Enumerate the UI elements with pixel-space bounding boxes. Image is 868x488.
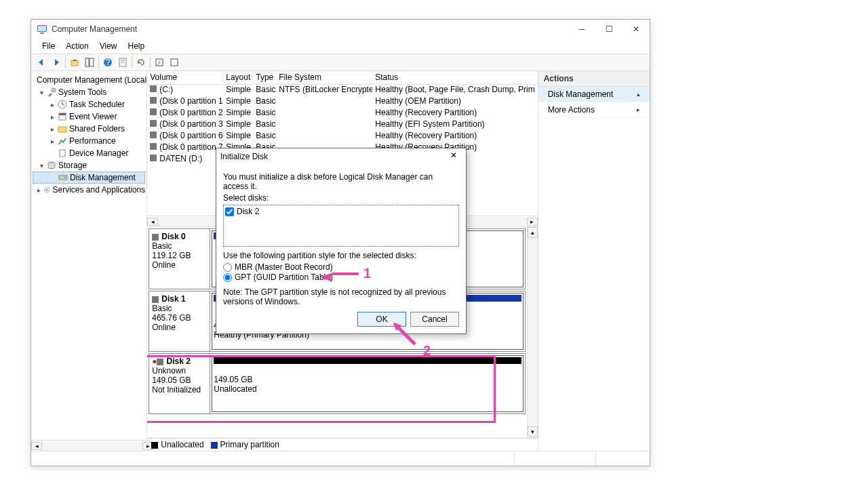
chevron-down-icon[interactable]: ▾ bbox=[38, 89, 45, 96]
chevron-right-icon[interactable]: ▸ bbox=[49, 138, 56, 145]
radio-gpt-row[interactable]: GPT (GUID Partition Table) bbox=[223, 272, 459, 282]
menu-action[interactable]: Action bbox=[60, 40, 94, 52]
tree-disk-management[interactable]: Disk Management bbox=[33, 171, 145, 184]
tree-shared-folders[interactable]: ▸Shared Folders bbox=[33, 123, 145, 135]
statusbar bbox=[31, 451, 650, 466]
menu-view[interactable]: View bbox=[94, 40, 123, 52]
col-type[interactable]: Type bbox=[253, 71, 276, 84]
details-button[interactable] bbox=[167, 55, 182, 70]
tree-device-manager[interactable]: Device Manager bbox=[33, 147, 145, 159]
forward-button[interactable] bbox=[49, 55, 64, 70]
svg-rect-22 bbox=[59, 176, 67, 180]
disk-icon bbox=[152, 234, 159, 241]
cancel-button[interactable]: Cancel bbox=[410, 312, 459, 327]
svg-rect-1 bbox=[38, 26, 46, 31]
chevron-up-icon: ▴ bbox=[637, 91, 640, 98]
legend-swatch-unallocated bbox=[151, 442, 158, 449]
maximize-button[interactable]: ☐ bbox=[595, 20, 623, 39]
volume-headers: Volume Layout Type File System Status bbox=[147, 71, 537, 85]
actions-pane: Actions Disk Management▴ More Actions▸ bbox=[538, 71, 650, 451]
event-icon bbox=[58, 112, 67, 121]
chevron-right-icon[interactable]: ▸ bbox=[49, 101, 56, 108]
show-hide-tree-button[interactable] bbox=[82, 55, 97, 70]
svg-rect-19 bbox=[58, 127, 66, 132]
dialog-title: Initialize Disk bbox=[220, 152, 446, 161]
actions-disk-management[interactable]: Disk Management▴ bbox=[538, 87, 650, 102]
toolbar: ? bbox=[31, 54, 650, 71]
tree-event-viewer[interactable]: ▸Event Viewer bbox=[33, 110, 145, 123]
col-fs[interactable]: File System bbox=[276, 71, 372, 84]
tree-root[interactable]: Computer Management (Local bbox=[33, 74, 145, 86]
disk2-checkbox[interactable] bbox=[225, 207, 234, 216]
tree-performance[interactable]: ▸Performance bbox=[33, 135, 145, 147]
radio-mbr[interactable] bbox=[223, 263, 232, 272]
gpt-note: Note: The GPT partition style is not rec… bbox=[223, 287, 459, 306]
tools-icon bbox=[47, 87, 56, 97]
refresh-button[interactable] bbox=[134, 55, 149, 70]
disk-icon bbox=[152, 296, 159, 303]
radio-mbr-row[interactable]: MBR (Master Boot Record) bbox=[223, 262, 459, 272]
disk-row-2[interactable]: ●Disk 2 Unknown 149.05 GB Not Initialize… bbox=[149, 353, 525, 414]
legend: Unallocated Primary partition bbox=[147, 438, 537, 451]
disk-checkbox-row[interactable]: Disk 2 bbox=[225, 207, 457, 216]
partition-unallocated[interactable]: 149.05 GB Unallocated bbox=[212, 355, 523, 412]
services-icon bbox=[43, 185, 50, 195]
scroll-left-button[interactable]: ◂ bbox=[147, 218, 158, 226]
col-layout[interactable]: Layout bbox=[223, 71, 253, 84]
volume-row[interactable]: (Disk 0 partition 2)SimpleBasicHealthy (… bbox=[147, 108, 537, 119]
actions-more[interactable]: More Actions▸ bbox=[538, 102, 650, 118]
shared-folder-icon bbox=[58, 124, 67, 134]
partition-style-label: Use the following partition style for th… bbox=[223, 251, 459, 260]
help-button[interactable]: ? bbox=[100, 55, 115, 70]
disk-icon bbox=[58, 173, 68, 182]
scroll-right-button[interactable]: ▸ bbox=[527, 218, 538, 226]
radio-gpt[interactable] bbox=[223, 273, 232, 282]
initialize-disk-dialog: Initialize Disk ✕ You must initialize a … bbox=[216, 148, 467, 334]
dialog-message: You must initialize a disk before Logica… bbox=[223, 172, 459, 191]
performance-icon bbox=[58, 136, 67, 146]
disk-icon bbox=[157, 359, 163, 365]
scroll-left-button[interactable]: ◂ bbox=[31, 442, 42, 450]
dialog-close-button[interactable]: ✕ bbox=[446, 150, 462, 163]
chevron-right-icon[interactable]: ▸ bbox=[49, 125, 56, 133]
svg-point-25 bbox=[46, 189, 48, 191]
disk-select-list: Disk 2 bbox=[223, 205, 459, 247]
properties-button[interactable] bbox=[115, 55, 130, 70]
titlebar: Computer Management ─ ☐ ✕ bbox=[31, 20, 650, 39]
col-status[interactable]: Status bbox=[372, 71, 537, 84]
tree-task-scheduler[interactable]: ▸Task Scheduler bbox=[33, 98, 145, 110]
tree-systools[interactable]: ▾System Tools bbox=[33, 86, 145, 98]
dialog-titlebar: Initialize Disk ✕ bbox=[216, 148, 466, 165]
back-button[interactable] bbox=[34, 55, 49, 70]
tree-storage[interactable]: ▾Storage bbox=[33, 159, 145, 171]
disk-header: ●Disk 2 Unknown 149.05 GB Not Initialize… bbox=[149, 354, 210, 413]
scroll-right-button[interactable]: ▸ bbox=[142, 442, 147, 450]
menu-file[interactable]: File bbox=[37, 40, 60, 52]
svg-point-23 bbox=[64, 177, 66, 178]
chevron-right-icon[interactable]: ▸ bbox=[49, 113, 56, 121]
list-button[interactable] bbox=[152, 55, 167, 70]
menu-help[interactable]: Help bbox=[123, 40, 151, 52]
scroll-down-button[interactable]: ▾ bbox=[528, 426, 538, 437]
vertical-scrollbar[interactable]: ▴ ▾ bbox=[527, 227, 538, 437]
minimize-button[interactable]: ─ bbox=[568, 20, 595, 39]
device-icon bbox=[58, 148, 67, 158]
col-volume[interactable]: Volume bbox=[147, 71, 223, 84]
disk-header: Disk 0 Basic 119.12 GB Online bbox=[149, 229, 210, 289]
close-button[interactable]: ✕ bbox=[623, 20, 650, 39]
volume-row[interactable]: (Disk 0 partition 6)SimpleBasicHealthy (… bbox=[147, 131, 537, 142]
radio-gpt-label: GPT (GUID Partition Table) bbox=[235, 272, 333, 282]
select-disks-label: Select disks: bbox=[223, 193, 459, 203]
scroll-up-button[interactable]: ▴ bbox=[528, 227, 538, 238]
svg-rect-18 bbox=[59, 113, 66, 115]
up-button[interactable] bbox=[67, 55, 82, 70]
tree-services[interactable]: ▸Services and Applications bbox=[33, 184, 145, 196]
disk2-label: Disk 2 bbox=[237, 207, 259, 216]
chevron-down-icon[interactable]: ▾ bbox=[38, 162, 45, 169]
chevron-right-icon[interactable]: ▸ bbox=[37, 186, 41, 194]
scrollbar-track[interactable] bbox=[42, 441, 142, 451]
ok-button[interactable]: OK bbox=[357, 312, 406, 327]
volume-row[interactable]: (Disk 0 partition 1)SimpleBasicHealthy (… bbox=[147, 96, 537, 108]
volume-row[interactable]: (Disk 0 partition 3)SimpleBasicHealthy (… bbox=[147, 119, 537, 131]
volume-row[interactable]: (C:)SimpleBasicNTFS (BitLocker Encrypted… bbox=[147, 85, 537, 96]
